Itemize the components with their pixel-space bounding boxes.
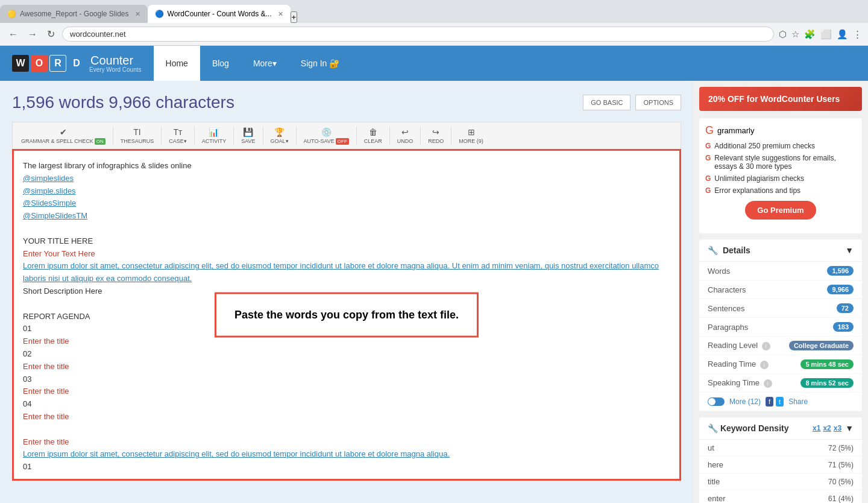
more-label[interactable]: More (12) (729, 397, 761, 406)
kw-word-enter: enter (708, 494, 726, 503)
reading-time-info-icon[interactable]: i (760, 361, 769, 369)
reload-button[interactable]: ↻ (45, 27, 57, 41)
words-label: Words (708, 267, 730, 276)
avatar-icon[interactable]: 👤 (837, 29, 848, 40)
save-button[interactable]: 💾 SAVE (237, 125, 259, 147)
logo-r: R (49, 55, 66, 72)
more-icon: ⊞ (468, 127, 475, 137)
auto-save-button[interactable]: 💿 AUTO-SAVEOFF (300, 125, 353, 147)
address-bar[interactable] (62, 27, 774, 42)
site-logo: W O R D Counter Every Word Counts (12, 54, 142, 73)
options-button[interactable]: OPTIONS (635, 95, 681, 110)
tab-label-1: Awesome_Report - Google Slides (20, 10, 129, 18)
check-icon-1: G (705, 142, 711, 150)
auto-save-icon: 💿 (321, 127, 332, 137)
speaking-time-row: Speaking Time i 8 mins 52 sec (699, 374, 862, 393)
forward-button[interactable]: → (25, 28, 40, 41)
main-nav: Home Blog More▾ Sign In 🔐 (154, 46, 352, 81)
paragraphs-value: 183 (833, 322, 854, 332)
keyword-density-header[interactable]: 🔧 Keyword Density x1 x2 x3 ▼ (699, 417, 862, 440)
toggle-knob (708, 398, 715, 405)
browser-window: 🟡 Awesome_Report - Google Slides ✕ 🔵 Wor… (0, 0, 868, 46)
more-toggle[interactable] (708, 397, 725, 406)
redo-button[interactable]: ↪ REDO (424, 125, 447, 147)
speaking-time-label: Speaking Time i (708, 378, 772, 388)
details-header[interactable]: 🔧 Details ▼ (699, 239, 862, 262)
new-tab-button[interactable]: + (291, 11, 298, 23)
reading-level-row: Reading Level i College Graduate (699, 337, 862, 355)
activity-button[interactable]: 📊 ACTIVITY (198, 125, 230, 147)
case-button[interactable]: Tт CASE▾ (165, 125, 190, 147)
extension-icon[interactable]: 🧩 (804, 29, 816, 40)
nav-signin[interactable]: Sign In 🔐 (289, 46, 351, 81)
nav-home[interactable]: Home (154, 46, 200, 81)
more-share-row: More (12) f t Share (699, 393, 862, 411)
tab-close-1[interactable]: ✕ (135, 10, 140, 18)
word-count-number: 1,596 (12, 93, 54, 112)
tab-google-slides[interactable]: 🟡 Awesome_Report - Google Slides ✕ (0, 5, 148, 23)
case-icon: Tт (173, 127, 182, 137)
wrench-icon: 🔧 (708, 245, 718, 255)
share-label[interactable]: Share (788, 397, 808, 406)
keyword-tabs: x1 x2 x3 (813, 424, 841, 432)
reading-time-label: Reading Time i (708, 359, 769, 369)
facebook-icon[interactable]: f (766, 397, 773, 407)
editor-line-2: @simpleslides (23, 172, 670, 185)
kw-word-ut: ut (708, 443, 714, 452)
paragraphs-label: Paragraphs (708, 323, 748, 332)
tab-favicon-2: 🔵 (155, 10, 164, 18)
reading-level-info-icon[interactable]: i (762, 342, 770, 350)
go-basic-button[interactable]: GO BASIC (583, 95, 631, 110)
kw-tab-x3[interactable]: x3 (834, 424, 841, 432)
save-icon: 💾 (243, 127, 253, 137)
more-button[interactable]: ⊞ MORE (9) (455, 125, 487, 147)
thesaurus-icon: TI (133, 127, 140, 137)
logo-d: D (68, 55, 85, 72)
sentences-row: Sentences 72 (699, 299, 862, 318)
sentences-label: Sentences (708, 304, 744, 313)
toolbar-sep-2 (161, 127, 162, 145)
grammarly-section: G grammarly GAdditional 250 premium chec… (699, 118, 862, 233)
ad-headline: 20% OFF for WordCounter Users (708, 94, 853, 104)
back-button[interactable]: ← (6, 28, 20, 41)
characters-value: 9,966 (827, 285, 854, 294)
clear-button[interactable]: 🗑 CLEAR (360, 125, 386, 147)
editor-line-15: 03 (23, 373, 670, 386)
nav-blog[interactable]: Blog (200, 46, 241, 81)
editor-line-17: 04 (23, 398, 670, 411)
twitter-icon[interactable]: t (776, 397, 784, 407)
editor-line-7: Enter Your Text Here (23, 248, 670, 261)
editor-line-5: @SimpleSlidesTM (23, 210, 670, 223)
editor-toolbar: ✔ GRAMMAR & SPELL CHECKON TI THESAURUS T… (12, 122, 681, 149)
reading-time-row: Reading Time i 5 mins 48 sec (699, 355, 862, 374)
tab-wordcounter[interactable]: 🔵 WordCounter - Count Words &... ✕ (148, 5, 291, 23)
menu-icon[interactable]: ⋮ (853, 29, 862, 40)
go-premium-button[interactable]: Go Premium (745, 201, 816, 220)
window-icon[interactable]: ⬜ (820, 29, 832, 40)
goal-button[interactable]: 🏆 GOAL▾ (267, 125, 292, 147)
undo-button[interactable]: ↩ UNDO (394, 125, 417, 147)
tab-close-2[interactable]: ✕ (278, 10, 283, 18)
speaking-time-value: 8 mins 52 sec (800, 378, 854, 388)
kw-tab-x1[interactable]: x1 (813, 424, 820, 432)
grammar-spell-check-button[interactable]: ✔ GRAMMAR & SPELL CHECKON (17, 125, 109, 147)
thesaurus-button[interactable]: TI THESAURUS (117, 125, 158, 147)
bookmark-icon[interactable]: ☆ (791, 29, 799, 40)
grammarly-logo: G (705, 124, 714, 137)
chevron-down-kw-icon: ▼ (845, 423, 854, 433)
char-count-number: 9,966 (108, 93, 151, 112)
editor-section: 1,596 words 9,966 characters GO BASIC OP… (0, 81, 693, 503)
kw-row-ut: ut 72 (5%) (699, 440, 862, 457)
char-label: characters (156, 93, 234, 112)
editor-line-4: @SlidesSimple (23, 197, 670, 210)
speaking-time-info-icon[interactable]: i (764, 379, 772, 388)
editor-line-18: Enter the title (23, 411, 670, 423)
sentences-value: 72 (837, 303, 854, 313)
editor-line-3: @simple.slides (23, 185, 670, 198)
check-icon-2: G (705, 154, 711, 162)
nav-more[interactable]: More▾ (241, 46, 289, 81)
kw-tab-x2[interactable]: x2 (823, 424, 831, 432)
editor-line-16: Enter the title (23, 385, 670, 398)
editor-area[interactable]: Paste the words you copy from the text f… (12, 149, 681, 481)
paragraphs-row: Paragraphs 183 (699, 318, 862, 337)
